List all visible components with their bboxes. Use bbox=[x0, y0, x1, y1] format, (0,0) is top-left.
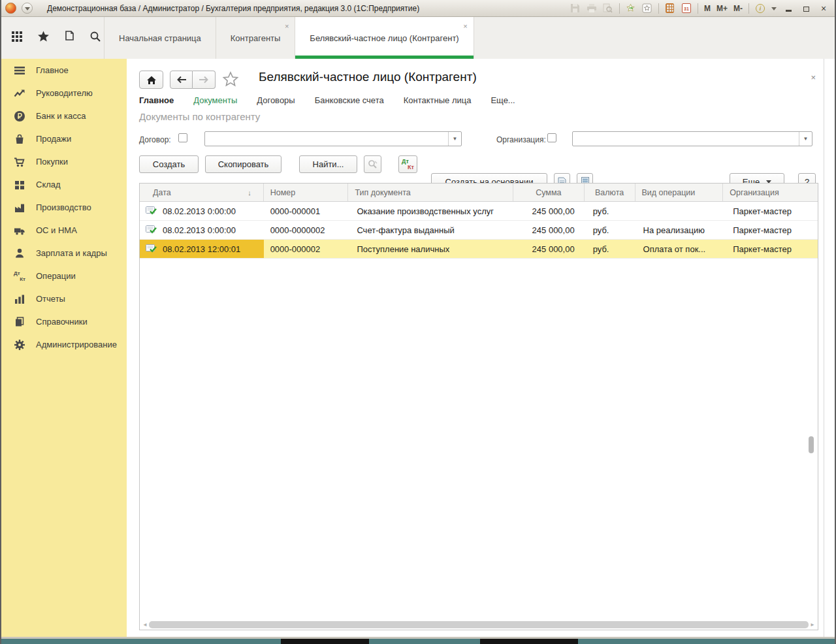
favorites-icon[interactable] bbox=[642, 3, 652, 14]
cell-operation[interactable]: Оплата от пок... bbox=[635, 240, 724, 258]
cell-doc-type[interactable]: Поступление наличных bbox=[348, 240, 513, 258]
cell-sum[interactable]: 245 000,00 bbox=[513, 240, 585, 258]
sidebar-item-production[interactable]: Производство bbox=[0, 196, 127, 219]
sidebar-item-bank-cash[interactable]: Банк и касса bbox=[0, 105, 127, 127]
copy-button[interactable]: Скопировать bbox=[205, 155, 281, 173]
column-header-operation[interactable]: Вид операции bbox=[635, 184, 724, 201]
table-row[interactable]: 08.02.2013 0:00:00 0000-000001 Оказание … bbox=[140, 202, 818, 221]
tab-home[interactable]: Начальная страница bbox=[104, 17, 216, 59]
add-to-favorites-icon[interactable] bbox=[626, 3, 636, 14]
cell-operation[interactable] bbox=[635, 202, 724, 220]
sidebar-item-operations[interactable]: ДтКт Операции bbox=[0, 265, 127, 287]
nav-link-bank-accounts[interactable]: Банковские счета bbox=[315, 95, 384, 105]
contract-filter-checkbox[interactable] bbox=[178, 133, 187, 142]
close-button[interactable]: × bbox=[818, 4, 829, 13]
sidebar-item-sales[interactable]: Продажи bbox=[0, 127, 127, 150]
sidebar-item-administration[interactable]: Администрирование bbox=[0, 333, 127, 356]
divider bbox=[619, 3, 620, 14]
sidebar-item-directories[interactable]: Справочники bbox=[0, 310, 127, 333]
main-menu-button[interactable] bbox=[22, 3, 33, 14]
cell-org[interactable]: Паркет-мастер bbox=[723, 240, 818, 258]
cell-number[interactable]: 0000-000001 bbox=[264, 202, 349, 220]
dt-kt-button[interactable]: Дт Кт bbox=[398, 155, 417, 173]
cell-currency[interactable]: руб. bbox=[585, 221, 635, 239]
find-button[interactable]: Найти... bbox=[299, 155, 357, 173]
sidebar-item-salary-hr[interactable]: Зарплата и кадры bbox=[0, 242, 127, 265]
create-button[interactable]: Создать bbox=[139, 155, 199, 173]
cell-doc-type[interactable]: Счет-фактура выданный bbox=[348, 221, 513, 239]
org-filter-checkbox[interactable] bbox=[547, 133, 556, 142]
sidebar-item-warehouse[interactable]: Склад bbox=[0, 173, 127, 196]
column-header-doc-type[interactable]: Тип документа bbox=[348, 184, 513, 201]
nav-link-more[interactable]: Еще... bbox=[490, 95, 515, 105]
horizontal-scrollbar[interactable]: ◄ ► bbox=[142, 620, 815, 628]
sections-menu-icon[interactable] bbox=[11, 31, 23, 45]
sidebar-item-purchases[interactable]: Покупки bbox=[0, 150, 127, 173]
cell-operation[interactable]: На реализацию bbox=[635, 221, 724, 239]
nav-link-documents[interactable]: Документы bbox=[193, 95, 237, 105]
cell-number[interactable]: 0000-000002 bbox=[264, 240, 349, 258]
tab-counterparty-form[interactable]: Белявский-частное лицо (Контрагент) × bbox=[295, 17, 474, 59]
calendar-icon[interactable]: 31 bbox=[681, 3, 692, 14]
column-header-date[interactable]: Дата ↓ bbox=[140, 184, 264, 201]
form-close-icon[interactable]: × bbox=[811, 73, 816, 82]
cell-doc-type[interactable]: Оказание производственных услуг bbox=[348, 202, 513, 220]
back-button[interactable] bbox=[170, 71, 193, 89]
info-icon[interactable]: i bbox=[755, 3, 765, 14]
cell-date[interactable]: 08.02.2013 0:00:00 bbox=[163, 225, 236, 235]
chevron-down-icon[interactable]: ▼ bbox=[799, 132, 812, 146]
cell-sum[interactable]: 245 000,00 bbox=[513, 202, 585, 220]
memory-add-button[interactable]: M+ bbox=[716, 4, 728, 13]
favorite-star-icon[interactable] bbox=[222, 71, 239, 90]
info-dropdown-icon[interactable] bbox=[771, 7, 777, 10]
cell-sum[interactable]: 245 000,00 bbox=[513, 221, 585, 239]
cell-date[interactable]: 08.02.2013 12:00:01 bbox=[163, 244, 240, 254]
column-header-org[interactable]: Организация bbox=[723, 184, 818, 201]
table-row-selected[interactable]: 08.02.2013 12:00:01 0000-000002 Поступле… bbox=[140, 240, 818, 259]
sidebar-item-fixed-assets[interactable]: ОС и НМА bbox=[0, 219, 127, 242]
scroll-right-icon[interactable]: ► bbox=[810, 622, 815, 628]
nav-link-contact-persons[interactable]: Контактные лица bbox=[404, 95, 472, 105]
cell-currency[interactable]: руб. bbox=[585, 202, 635, 220]
memory-recall-button[interactable]: M bbox=[704, 4, 711, 13]
sidebar-item-main[interactable]: Главное bbox=[0, 59, 127, 82]
column-header-number[interactable]: Номер bbox=[264, 184, 349, 201]
print-preview-icon[interactable] bbox=[603, 3, 613, 14]
cancel-search-button[interactable] bbox=[364, 155, 381, 173]
cell-org[interactable]: Паркет-мастер bbox=[723, 221, 818, 239]
sidebar-item-manager[interactable]: Руководителю bbox=[0, 82, 127, 105]
contract-filter-combobox[interactable]: ▼ bbox=[204, 131, 462, 146]
cell-currency[interactable]: руб. bbox=[585, 240, 635, 258]
forward-button[interactable] bbox=[193, 71, 216, 89]
memory-subtract-button[interactable]: M- bbox=[733, 4, 743, 13]
1c-logo-button[interactable] bbox=[5, 3, 16, 14]
nav-link-contracts[interactable]: Договоры bbox=[257, 95, 295, 105]
history-icon[interactable] bbox=[64, 31, 75, 45]
column-header-currency[interactable]: Валюта bbox=[585, 184, 635, 201]
favorites-star-icon[interactable] bbox=[37, 31, 50, 45]
application-window: Демонстрационная база / Администратор / … bbox=[0, 0, 836, 644]
search-icon[interactable] bbox=[89, 31, 101, 45]
cell-org[interactable]: Паркет-мастер bbox=[723, 202, 818, 220]
close-icon[interactable]: × bbox=[285, 23, 289, 30]
scroll-left-icon[interactable]: ◄ bbox=[142, 622, 148, 628]
cell-number[interactable]: 0000-0000002 bbox=[264, 221, 349, 239]
tab-counterparties[interactable]: Контрагенты × bbox=[216, 17, 296, 59]
column-header-sum[interactable]: Сумма bbox=[513, 184, 585, 201]
home-button[interactable] bbox=[139, 71, 163, 89]
calculator-icon[interactable] bbox=[665, 3, 675, 14]
books-icon bbox=[14, 316, 25, 328]
cell-date[interactable]: 08.02.2013 0:00:00 bbox=[163, 206, 236, 216]
restore-button[interactable] bbox=[800, 3, 812, 14]
save-icon[interactable] bbox=[570, 3, 581, 14]
vertical-scrollbar-thumb[interactable] bbox=[809, 436, 814, 453]
print-icon[interactable] bbox=[587, 3, 597, 14]
org-filter-combobox[interactable]: ▼ bbox=[572, 131, 812, 146]
horizontal-scrollbar-thumb[interactable] bbox=[149, 621, 809, 628]
nav-link-main[interactable]: Главное bbox=[139, 95, 174, 105]
chevron-down-icon[interactable]: ▼ bbox=[448, 132, 461, 146]
minimize-button[interactable] bbox=[782, 3, 794, 14]
table-row[interactable]: 08.02.2013 0:00:00 0000-0000002 Счет-фак… bbox=[140, 221, 818, 240]
sidebar-item-reports[interactable]: Отчеты bbox=[0, 287, 127, 310]
close-icon[interactable]: × bbox=[463, 23, 467, 30]
